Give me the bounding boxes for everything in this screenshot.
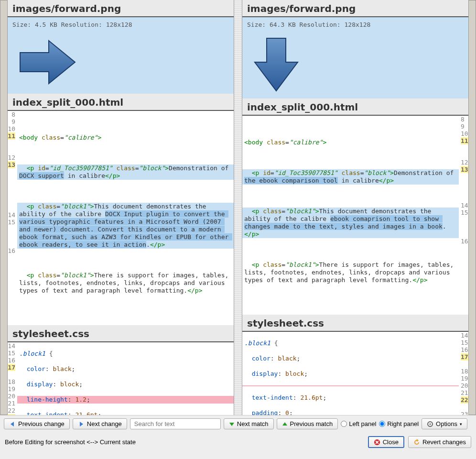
radio-label: Right panel [387, 420, 419, 427]
right-panel-radio[interactable]: Right panel [379, 420, 419, 427]
down-arrow-icon [250, 36, 303, 93]
search-input[interactable] [130, 418, 221, 429]
image-meta: Size: 64.3 KB Resolution: 128x128 [247, 21, 464, 28]
file-header: index_split_000.html [8, 94, 234, 111]
code-block-css[interactable]: 1415161718192021222324252627 .block1 { c… [8, 342, 234, 415]
next-match-button[interactable]: Next match [224, 418, 274, 429]
code-block-css[interactable]: .block1 { color: black; display: block; … [242, 332, 468, 415]
revert-changes-button[interactable]: Revert changes [408, 436, 471, 448]
scrollbar-right[interactable] [468, 0, 476, 415]
status-text: Before Editing for screenshot <--> Curre… [5, 438, 136, 446]
left-pane: images/forward.png Size: 4.5 KB Resoluti… [8, 0, 234, 415]
right-pane: images/forward.png Size: 64.3 KB Resolut… [242, 0, 468, 415]
button-label: Previous match [290, 420, 333, 427]
code-block-html[interactable]: <body class="calibre"> <p id="id_Toc3590… [242, 116, 468, 315]
diff-container: images/forward.png Size: 4.5 KB Resoluti… [0, 0, 476, 415]
file-header: images/forward.png [8, 0, 234, 17]
button-label: Close [383, 438, 399, 446]
triangle-up-icon [282, 421, 288, 427]
file-header: images/forward.png [242, 0, 468, 17]
line-numbers: 1415161718192021222324252627 [8, 342, 17, 415]
image-meta: Size: 4.5 KB Resolution: 128x128 [12, 21, 229, 28]
image-diff-block: Size: 4.5 KB Resolution: 128x128 [8, 17, 234, 94]
chevron-down-icon: ▾ [460, 422, 462, 426]
close-button[interactable]: Close [368, 436, 404, 448]
left-panel-radio[interactable]: Left panel [341, 420, 376, 427]
line-numbers: 8910111213141516 [8, 111, 17, 325]
button-label: Previous change [18, 420, 65, 427]
image-diff-block: Size: 64.3 KB Resolution: 128x128 [242, 17, 468, 98]
button-label: Next change [87, 420, 122, 427]
forward-arrow-icon [15, 36, 77, 88]
previous-change-button[interactable]: Previous change [4, 418, 70, 429]
previous-match-button[interactable]: Previous match [277, 418, 338, 429]
options-button[interactable]: Options ▾ [422, 418, 467, 429]
close-icon [374, 439, 380, 446]
file-header: stylesheet.css [242, 315, 468, 332]
next-change-button[interactable]: Next change [73, 418, 127, 429]
code-block-html[interactable]: 8910111213141516 <body class="calibre"> … [8, 111, 234, 325]
code-lines: .block1 { color: black; display: block; … [17, 342, 234, 415]
file-header: stylesheet.css [8, 325, 234, 342]
triangle-down-icon [229, 421, 235, 427]
button-label: Next match [237, 420, 269, 427]
button-label: Revert changes [422, 438, 466, 446]
gear-icon [427, 421, 433, 427]
undo-icon [413, 439, 420, 446]
code-lines: <body class="calibre"> <p id="id_Toc3590… [242, 116, 459, 315]
line-numbers: 1415161718192021222324252627 [459, 332, 468, 415]
toolbar: Previous change Next change Next match P… [0, 415, 476, 432]
arrow-left-icon [9, 421, 16, 427]
code-lines: <body class="calibre"> <p id="id_Toc3590… [17, 111, 234, 325]
button-label: Options [436, 420, 457, 427]
svg-point-1 [430, 423, 431, 425]
line-numbers: 8910111213141516 [459, 116, 468, 315]
file-header: index_split_000.html [242, 98, 468, 116]
scrollbar-left[interactable] [0, 0, 8, 415]
arrow-right-icon [78, 421, 85, 427]
center-gutter [234, 0, 242, 415]
status-bar: Before Editing for screenshot <--> Curre… [0, 432, 476, 452]
code-lines: .block1 { color: black; display: block; … [242, 332, 459, 415]
diff-panes: images/forward.png Size: 4.5 KB Resoluti… [8, 0, 468, 415]
radio-label: Left panel [349, 420, 376, 427]
